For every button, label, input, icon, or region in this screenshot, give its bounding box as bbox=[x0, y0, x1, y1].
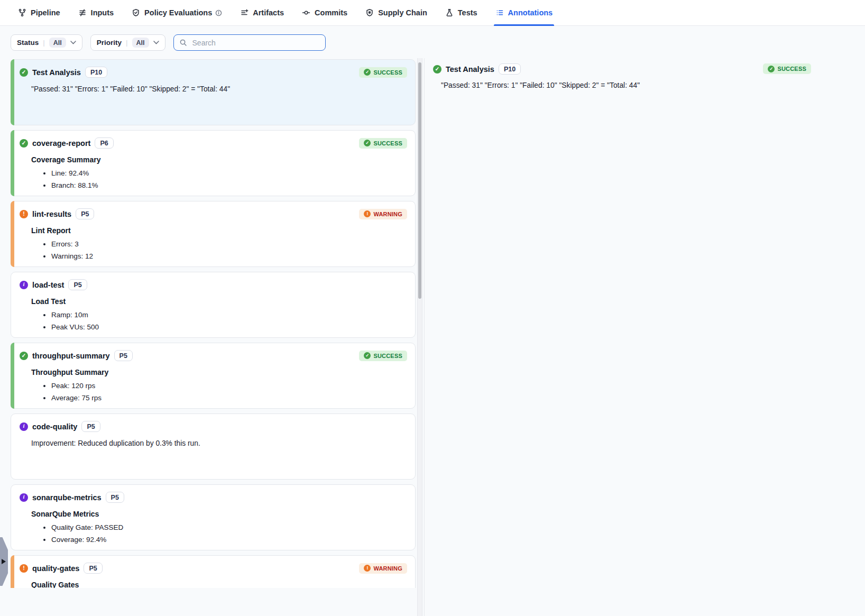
annotation-card[interactable]: ✓coverage-reportP6✓SUCCESSCoverage Summa… bbox=[11, 130, 416, 196]
detail-title: Test Analysis bbox=[446, 65, 494, 73]
card-header: !quality-gatesP5!WARNING bbox=[20, 563, 407, 574]
status-filter-value: All bbox=[49, 38, 66, 48]
annotation-body: Throughput SummaryPeak: 120 rpsAverage: … bbox=[31, 368, 407, 403]
annotation-title: coverage-report bbox=[32, 139, 90, 148]
bullet-item: Branch: 88.1% bbox=[51, 181, 407, 190]
annotations-list-icon bbox=[495, 8, 504, 17]
bullet-item: Errors: 3 bbox=[51, 240, 407, 249]
check-circle-icon: ✓ bbox=[433, 65, 441, 73]
card-accent-bar bbox=[11, 59, 14, 125]
priority-badge: P5 bbox=[114, 350, 133, 361]
tab-policy-evaluations[interactable]: Policy Evaluations bbox=[132, 0, 222, 25]
bullet-item: Warnings: 12 bbox=[51, 252, 407, 261]
inputs-icon bbox=[78, 8, 87, 17]
tab-label: Pipeline bbox=[31, 8, 60, 17]
annotation-heading: Coverage Summary bbox=[31, 155, 407, 165]
status-filter[interactable]: Status | All bbox=[11, 34, 82, 51]
annotation-card[interactable]: ✓Test AnalysisP10✓SUCCESS"Passed: 31" "E… bbox=[11, 59, 416, 125]
tab-label: Inputs bbox=[91, 8, 114, 17]
tab-label: Policy Evaluations bbox=[144, 8, 212, 17]
card-accent-bar bbox=[11, 201, 14, 267]
status-badge: !WARNING bbox=[359, 209, 407, 219]
alert-circle-icon: ! bbox=[364, 210, 371, 217]
filter-separator: | bbox=[43, 39, 45, 47]
priority-badge: P5 bbox=[81, 421, 100, 432]
annotation-bullets: Line: 92.4%Branch: 88.1% bbox=[31, 169, 407, 191]
card-header: ✓throughput-summaryP5✓SUCCESS bbox=[20, 350, 407, 361]
bullet-item: Peak: 120 rps bbox=[51, 382, 407, 391]
annotation-text: Improvement: Reduced duplication by 0.3%… bbox=[31, 439, 407, 448]
info-circle-icon bbox=[215, 10, 222, 16]
annotation-body: SonarQube MetricsQuality Gate: PASSEDCov… bbox=[31, 510, 407, 545]
check-circle-icon: ✓ bbox=[20, 352, 28, 360]
priority-badge: P5 bbox=[84, 563, 102, 574]
tab-annotations[interactable]: Annotations bbox=[495, 0, 553, 25]
detail-panel: ✓ Test Analysis P10 ✓ SUCCESS "Passed: 3… bbox=[425, 58, 865, 616]
annotation-body: Quality Gates bbox=[31, 581, 407, 588]
annotation-title: Test Analysis bbox=[32, 68, 81, 77]
priority-filter-label: Priority bbox=[97, 39, 122, 47]
annotation-bullets: Peak: 120 rpsAverage: 75 rps bbox=[31, 382, 407, 403]
annotation-bullets: Ramp: 10mPeak VUs: 500 bbox=[31, 311, 407, 333]
annotation-body: Load TestRamp: 10mPeak VUs: 500 bbox=[31, 297, 407, 332]
annotation-card[interactable]: icode-qualityP5Improvement: Reduced dupl… bbox=[11, 413, 416, 480]
annotation-bullets: Errors: 3Warnings: 12 bbox=[31, 240, 407, 262]
annotation-heading: SonarQube Metrics bbox=[31, 510, 407, 519]
priority-filter-value: All bbox=[132, 38, 149, 48]
annotation-title: code-quality bbox=[32, 422, 77, 431]
search-box[interactable] bbox=[173, 34, 326, 51]
annotation-card[interactable]: !quality-gatesP5!WARNINGQuality Gates bbox=[11, 555, 416, 588]
annotation-card[interactable]: ✓throughput-summaryP5✓SUCCESSThroughput … bbox=[11, 343, 416, 409]
panel-expand-handle[interactable] bbox=[0, 537, 8, 586]
annotation-title: sonarqube-metrics bbox=[32, 493, 102, 502]
card-header: icode-qualityP5 bbox=[20, 421, 407, 432]
tab-label: Annotations bbox=[508, 8, 553, 17]
annotation-card[interactable]: !lint-resultsP5!WARNINGLint ReportErrors… bbox=[11, 201, 416, 267]
card-header: ✓Test AnalysisP10✓SUCCESS bbox=[20, 67, 407, 78]
priority-badge: P5 bbox=[106, 492, 124, 503]
shield-icon bbox=[365, 8, 374, 17]
annotation-title: load-test bbox=[32, 281, 64, 289]
status-filter-label: Status bbox=[17, 39, 39, 47]
annotation-heading: Throughput Summary bbox=[31, 368, 407, 378]
annotation-body: Coverage SummaryLine: 92.4%Branch: 88.1% bbox=[31, 155, 407, 190]
tab-artifacts[interactable]: Artifacts bbox=[240, 0, 284, 25]
annotation-heading: Lint Report bbox=[31, 226, 407, 236]
tab-supply-chain[interactable]: Supply Chain bbox=[365, 0, 427, 25]
status-badge-label: WARNING bbox=[373, 211, 402, 217]
card-accent-bar bbox=[11, 484, 14, 550]
bullet-item: Ramp: 10m bbox=[51, 311, 407, 320]
shield-check-icon bbox=[132, 8, 140, 17]
check-circle-icon: ✓ bbox=[364, 69, 371, 76]
annotation-title: lint-results bbox=[32, 210, 71, 218]
info-circle-icon: i bbox=[20, 422, 28, 431]
status-badge: ✓SUCCESS bbox=[359, 351, 407, 361]
status-badge: ✓ SUCCESS bbox=[763, 63, 811, 74]
tab-commits[interactable]: Commits bbox=[302, 0, 347, 25]
priority-filter[interactable]: Priority | All bbox=[90, 34, 165, 51]
status-badge: ✓SUCCESS bbox=[359, 138, 407, 149]
tab-label: Tests bbox=[458, 8, 477, 17]
status-badge-label: WARNING bbox=[373, 565, 402, 572]
tab-tests[interactable]: Tests bbox=[445, 0, 477, 25]
annotation-text: "Passed: 31" "Errors: 1" "Failed: 10" "S… bbox=[31, 85, 407, 94]
filter-separator: | bbox=[126, 39, 128, 47]
scrollbar-thumb[interactable] bbox=[418, 62, 421, 299]
annotation-card[interactable]: iload-testP5Load TestRamp: 10mPeak VUs: … bbox=[11, 272, 416, 338]
priority-badge: P6 bbox=[95, 137, 113, 149]
tab-inputs[interactable]: Inputs bbox=[78, 0, 114, 25]
alert-circle-icon: ! bbox=[20, 564, 28, 573]
card-accent-bar bbox=[11, 343, 14, 409]
status-badge: ✓SUCCESS bbox=[359, 67, 407, 78]
check-circle-icon: ✓ bbox=[20, 139, 28, 148]
detail-body-text: "Passed: 31" "Errors: 1" "Failed: 10" "S… bbox=[441, 81, 865, 89]
search-input[interactable] bbox=[191, 38, 320, 48]
annotation-title: throughput-summary bbox=[32, 352, 110, 360]
tab-pipeline[interactable]: Pipeline bbox=[18, 0, 60, 25]
tab-label: Commits bbox=[315, 8, 347, 17]
priority-badge: P10 bbox=[85, 67, 107, 78]
bullet-item: Average: 75 rps bbox=[51, 394, 407, 403]
check-circle-icon: ✓ bbox=[20, 68, 28, 77]
annotation-card[interactable]: isonarqube-metricsP5SonarQube MetricsQua… bbox=[11, 484, 416, 550]
annotation-heading: Quality Gates bbox=[31, 581, 407, 588]
